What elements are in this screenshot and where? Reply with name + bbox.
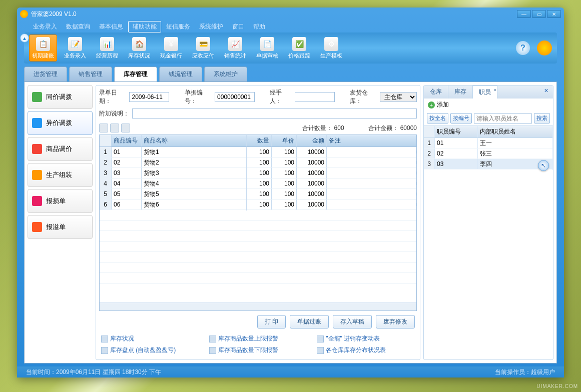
table-row[interactable]: 505货物510010010000	[100, 189, 416, 200]
menu-item-2[interactable]: 基本信息	[95, 22, 127, 32]
toolbar-icon-2: 📊	[100, 37, 114, 51]
close-button[interactable]: ✕	[547, 10, 561, 18]
status-time-label: 当前时间：	[26, 368, 56, 376]
collapse-toolbar-button[interactable]: ▲	[20, 34, 29, 42]
filter-no-button[interactable]: 按编号	[450, 113, 472, 124]
col-index[interactable]	[100, 135, 112, 146]
app-window: 管家婆2009 V1.0 — ▭ ✕ 业务录入数据查询基本信息辅助功能短信服务系…	[17, 8, 564, 378]
filter-all-button[interactable]: 按全名	[427, 113, 448, 124]
toolbar-btn-0[interactable]: 📋初期建账	[29, 34, 57, 62]
grid-body[interactable]: 101货物110010010000202货物210010010000303货物3…	[100, 147, 416, 302]
sidebar-item-4[interactable]: 报损单	[28, 189, 93, 213]
add-row[interactable]: + 添加	[424, 98, 553, 111]
sidebar-item-3[interactable]: 生产组装	[28, 163, 93, 187]
table-row[interactable]: 303货物310010010000	[100, 168, 416, 178]
menu-item-5[interactable]: 系统维护	[195, 22, 227, 32]
table-row[interactable]: 202货物210010010000	[100, 158, 416, 168]
handler-input[interactable]	[295, 92, 335, 102]
sidebar-item-5[interactable]: 报溢单	[28, 215, 93, 239]
discard-button[interactable]: 废弃修改	[376, 315, 415, 328]
right-search-button[interactable]: 搜索	[534, 113, 550, 124]
post-button[interactable]: 单据过账	[290, 315, 329, 328]
right-table-row[interactable]: 303李四	[424, 159, 553, 170]
toolbar-btn-4[interactable]: ¥现金银行	[157, 34, 185, 62]
grid-tool-3-icon[interactable]	[121, 124, 130, 132]
menu-item-1[interactable]: 数据查询	[62, 22, 94, 32]
right-panel-close-icon[interactable]: ✕	[544, 88, 551, 94]
toolbar-btn-8[interactable]: ✅价格跟踪	[285, 34, 313, 62]
draft-button[interactable]: 存入草稿	[333, 315, 372, 328]
sidebar-icon-0	[32, 92, 42, 102]
main-tab-3[interactable]: 钱流管理	[159, 66, 202, 82]
table-row[interactable]: 606货物610010010000	[100, 200, 416, 210]
right-search-input[interactable]	[474, 114, 532, 124]
toolbar-btn-2[interactable]: 📊经营历程	[93, 34, 121, 62]
table-row[interactable]: 101货物110010010000	[100, 147, 416, 158]
right-tab-0[interactable]: 仓库	[424, 86, 448, 98]
total-qty-label: 合计数量：	[302, 124, 332, 132]
link-icon	[101, 336, 108, 342]
rcol-name[interactable]: 内部职员姓名	[478, 126, 553, 138]
right-grid-body[interactable]: 101王一202张三303李四	[424, 138, 553, 170]
quick-link-5[interactable]: 各仓库库存分布状况表	[317, 346, 415, 354]
menu-item-3[interactable]: 辅助功能	[128, 21, 161, 32]
link-icon	[317, 347, 324, 354]
rcol-index[interactable]	[424, 126, 435, 138]
main-tab-1[interactable]: 销售管理	[69, 66, 112, 82]
date-input[interactable]	[129, 92, 169, 102]
toolbar-btn-9[interactable]: ⚙生产模板	[317, 34, 345, 62]
toolbar-btn-5[interactable]: 💳应收应付	[189, 34, 217, 62]
link-icon	[101, 347, 108, 354]
right-tab-2[interactable]: 职员×	[473, 86, 497, 98]
col-qty[interactable]: 数量	[247, 135, 272, 146]
brand-icon[interactable]	[537, 40, 552, 56]
col-code[interactable]: 商品编号	[112, 135, 142, 146]
grid-tool-2-icon[interactable]	[110, 124, 119, 132]
docno-input[interactable]	[215, 92, 255, 102]
tab-close-icon[interactable]: ×	[494, 88, 496, 92]
maximize-button[interactable]: ▭	[532, 10, 546, 18]
toolbar-btn-1[interactable]: 📝业务录入	[61, 34, 89, 62]
toolbar-icon-8: ✅	[292, 37, 306, 51]
col-price[interactable]: 单价	[272, 135, 297, 146]
menu-item-6[interactable]: 窗口	[228, 22, 248, 32]
help-icon[interactable]: ?	[516, 41, 530, 55]
toolbar-icon-4: ¥	[164, 37, 178, 51]
handler-label: 经手人：	[270, 88, 292, 106]
col-note[interactable]: 备注	[327, 135, 416, 146]
main-tab-2[interactable]: 库存管理	[114, 66, 157, 82]
toolbar-icon-9: ⚙	[324, 37, 338, 51]
right-table-row[interactable]: 202张三	[424, 148, 553, 159]
sidebar-item-2[interactable]: 商品调价	[28, 137, 93, 161]
scroll-up-icon[interactable]: ↖	[538, 160, 549, 171]
toolbar-btn-6[interactable]: 📈销售统计	[221, 34, 249, 62]
warehouse-select[interactable]: 主仓库	[380, 92, 417, 102]
table-row[interactable]: 404货物410010010000	[100, 178, 416, 189]
main-tab-4[interactable]: 系统维护	[204, 66, 247, 82]
toolbar-btn-7[interactable]: 📄单据审核	[253, 34, 281, 62]
menu-item-4[interactable]: 短信服务	[162, 22, 194, 32]
toolbar-btn-3[interactable]: 🏠库存状况	[125, 34, 153, 62]
minimize-button[interactable]: —	[517, 10, 531, 18]
col-name[interactable]: 商品名称	[142, 135, 247, 146]
sidebar-item-1[interactable]: 异价调拨	[28, 111, 93, 135]
quick-link-4[interactable]: 库存商品数量下限报警	[209, 346, 307, 354]
main-tab-0[interactable]: 进货管理	[24, 66, 67, 82]
menu-item-7[interactable]: 帮助	[249, 22, 269, 32]
quick-link-3[interactable]: 库存盘点 (自动盘盈盘亏)	[101, 346, 199, 354]
quick-link-0[interactable]: 库存状况	[101, 334, 199, 343]
rcol-code[interactable]: 职员编号	[435, 126, 478, 138]
grid-tool-1-icon[interactable]	[99, 124, 108, 132]
grid-horizontal-scrollbar[interactable]	[100, 302, 416, 310]
sidebar-item-0[interactable]: 同价调拨	[28, 85, 93, 109]
status-user-value: 超级用户	[531, 368, 555, 376]
col-amt[interactable]: 金额	[297, 135, 327, 146]
right-table-row[interactable]: 101王一	[424, 138, 553, 148]
print-button[interactable]: 打 印	[257, 315, 286, 328]
note-input[interactable]	[132, 108, 417, 118]
quick-link-2[interactable]: "全能" 进销存变动表	[317, 334, 415, 343]
quick-link-1[interactable]: 库存商品数量上限报警	[209, 334, 307, 343]
menu-item-0[interactable]: 业务录入	[29, 22, 61, 32]
right-tab-1[interactable]: 库存	[448, 86, 473, 98]
titlebar[interactable]: 管家婆2009 V1.0 — ▭ ✕	[17, 8, 564, 20]
